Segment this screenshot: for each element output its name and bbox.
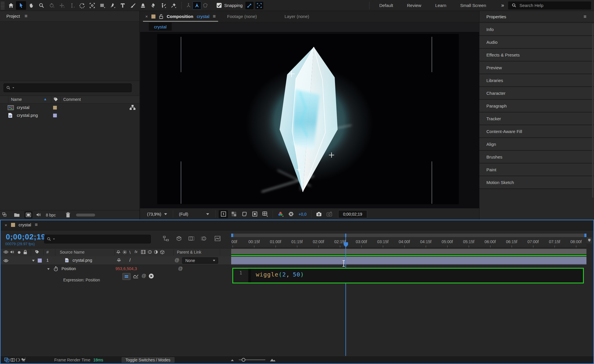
property-pick-whip-icon[interactable]: @ [178, 266, 183, 271]
transfer-controls-pane-icon[interactable] [10, 357, 15, 363]
color-depth-button[interactable]: 8 bpc [46, 213, 56, 217]
position-property-label[interactable]: Position [61, 266, 76, 271]
workspace-default[interactable]: Default [379, 3, 393, 8]
layer-name[interactable]: crystal.png [73, 258, 92, 263]
expression-pick-whip-icon[interactable]: @ [142, 273, 146, 279]
rectangle-tool[interactable] [97, 1, 107, 10]
magnification-dropdown[interactable]: (73,9%) [144, 210, 171, 218]
thumbnails-toggle-icon[interactable] [2, 212, 8, 218]
pan-camera-tool[interactable] [57, 1, 67, 10]
graph-editor-icon[interactable] [215, 236, 220, 241]
rotation-tool[interactable] [77, 1, 87, 10]
label-color-swatch[interactable] [53, 106, 57, 110]
hand-tool[interactable] [26, 1, 36, 10]
workspace-review[interactable]: Review [407, 3, 421, 8]
layer-row-crystal-png[interactable]: 1 crystal.png / @ None [1, 256, 231, 265]
snapping-checkbox[interactable] [216, 3, 222, 8]
timeline-zoom-knob[interactable] [242, 358, 245, 362]
motion-blur-icon[interactable] [201, 236, 207, 241]
grid-and-guide-options-icon[interactable] [250, 210, 259, 218]
playhead-line[interactable] [345, 234, 346, 357]
parent-dropdown[interactable]: None [182, 257, 218, 264]
column-index[interactable]: # [46, 250, 49, 254]
toggle-switches-modes-button[interactable]: Toggle Switches / Modes [121, 357, 175, 363]
snap-along-edges-icon[interactable] [245, 2, 253, 9]
properties-item-paint[interactable]: Paint [479, 163, 594, 176]
search-help-input[interactable]: Search Help [508, 1, 591, 10]
draft-3d-icon[interactable] [176, 236, 182, 241]
panel-menu-icon[interactable]: ≡ [35, 222, 38, 227]
expression-language-menu-icon[interactable] [148, 273, 154, 279]
viewer-tab-crystal[interactable]: crystal [149, 23, 172, 31]
unlock-icon[interactable] [159, 14, 163, 19]
in-out-panes-icon[interactable] [15, 357, 21, 363]
type-tool[interactable] [117, 1, 128, 10]
properties-item-brushes[interactable]: Brushes [479, 151, 594, 163]
close-icon[interactable]: × [145, 14, 148, 19]
puppet-pin-tool[interactable] [168, 1, 178, 10]
project-panel-header[interactable]: Project ≡ [0, 11, 140, 21]
time-ruler[interactable]: 0:00f 00:15f 01:00f 01:15f 02:00f 02:15f… [231, 237, 586, 248]
panel-menu-icon[interactable]: ≡ [584, 14, 586, 19]
expression-editor[interactable]: 1 wiggle(2,50) [232, 268, 584, 283]
label-color-swatch[interactable] [53, 114, 57, 117]
sort-ascending-icon[interactable]: ▲ [44, 97, 47, 101]
transparency-grid-icon[interactable] [229, 210, 238, 218]
zoom-tool[interactable] [36, 1, 46, 10]
dolly-camera-tool[interactable] [67, 1, 77, 10]
properties-item-audio[interactable]: Audio [479, 36, 594, 49]
show-snapshot-icon[interactable] [325, 210, 334, 218]
audio-column-speaker-icon[interactable] [10, 250, 15, 254]
show-channel-icon[interactable] [276, 210, 285, 218]
timeline-search-input[interactable] [44, 235, 151, 243]
navigator-end-handle[interactable] [584, 234, 586, 237]
eraser-tool[interactable] [148, 1, 158, 10]
composition-tab-active[interactable]: × Composition crystal ≡ [143, 11, 218, 22]
properties-item-preview[interactable]: Preview [479, 61, 594, 74]
home-tool[interactable] [6, 1, 16, 10]
expression-code[interactable]: wiggle(2,50) [251, 269, 304, 283]
take-snapshot-icon[interactable] [314, 210, 324, 218]
layer-tab[interactable]: Layer (none) [285, 14, 309, 19]
layer-duration-bar[interactable] [231, 257, 586, 265]
selection-tool[interactable] [16, 1, 26, 10]
toolbar-gripper[interactable] [1, 1, 5, 10]
horizontal-scrollbar-thumb[interactable] [76, 214, 95, 216]
property-expand-chevron-icon[interactable] [47, 268, 50, 270]
solo-column-icon[interactable] [17, 251, 21, 254]
new-folder-icon[interactable] [14, 212, 20, 217]
layer-shy-toggle-icon[interactable] [117, 258, 121, 263]
properties-panel-header[interactable]: Properties ≡ [479, 11, 594, 23]
resolution-dropdown[interactable]: (Full) [175, 210, 213, 218]
workspace-overflow-button[interactable]: » [501, 2, 504, 8]
timeline-tab-label[interactable]: crystal [19, 222, 31, 227]
workspace-learn[interactable]: Learn [435, 3, 446, 8]
pan-behind-tool[interactable] [87, 1, 97, 10]
panel-menu-icon[interactable]: ≡ [213, 14, 216, 19]
panel-menu-icon[interactable]: ≡ [25, 14, 28, 19]
local-axis-mode-icon[interactable] [184, 2, 193, 9]
column-source-name[interactable]: Source Name [60, 250, 85, 254]
column-name[interactable]: Name [11, 97, 22, 102]
label-column-icon[interactable] [53, 97, 58, 102]
render-time-pane-icon[interactable] [21, 357, 26, 363]
work-area-bar[interactable] [231, 249, 586, 254]
close-icon[interactable]: × [5, 223, 7, 228]
search-options-chevron-icon[interactable] [12, 87, 14, 88]
layer-switches-pane-icon[interactable] [4, 357, 10, 363]
timeline-zoom-slider[interactable] [239, 359, 265, 360]
vertical-scrollbar[interactable] [592, 24, 593, 198]
properties-item-paragraph[interactable]: Paragraph [479, 100, 594, 112]
trash-icon[interactable] [66, 212, 70, 218]
layer-visibility-eye-icon[interactable] [3, 259, 8, 263]
zoom-out-mountain-icon[interactable] [230, 358, 235, 362]
stopwatch-icon[interactable] [53, 266, 58, 272]
frame-blending-icon[interactable] [189, 236, 194, 241]
roto-brush-tool[interactable] [158, 1, 168, 10]
properties-item-info[interactable]: Info [479, 23, 594, 36]
layer-quality-toggle[interactable]: / [129, 258, 131, 263]
show-post-expression-graph-icon[interactable] [133, 273, 139, 279]
position-property-row[interactable]: Position 953,6,504,3 @ [1, 265, 231, 273]
project-item-crystal[interactable]: crystal [0, 104, 140, 112]
project-search-input[interactable] [3, 83, 132, 92]
